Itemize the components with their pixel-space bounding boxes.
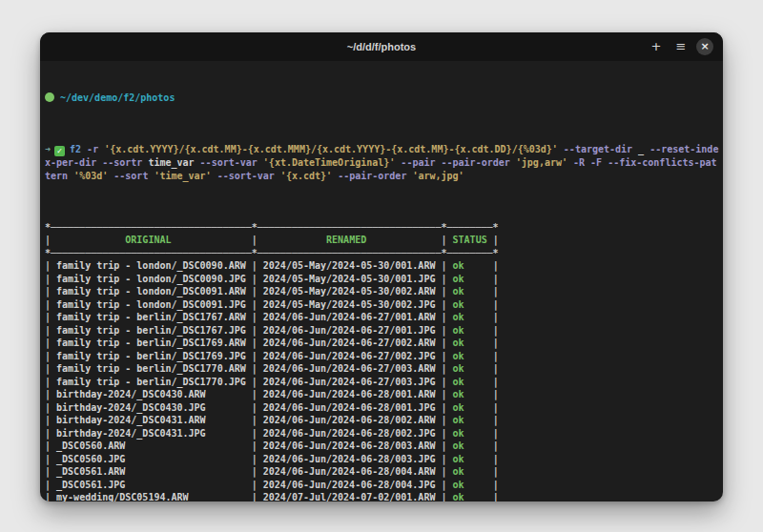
command-line: ➜✓f2 -r '{x.cdt.YYYY}/{x.cdt.MM}-{x.cdt.… bbox=[45, 143, 720, 182]
table-row: | _DSC0561.JPG | 2024/06-Jun/2024-06-28/… bbox=[45, 479, 718, 492]
table-row: | family trip - london/_DSC0090.JPG | 20… bbox=[45, 273, 718, 286]
table-row: | family trip - berlin/_DSC1770.JPG | 20… bbox=[45, 376, 718, 389]
table-row: | _DSC0560.ARW | 2024/06-Jun/2024-06-28/… bbox=[45, 440, 718, 453]
titlebar-buttons: + ≡ × bbox=[647, 37, 713, 56]
prompt-path: ~/dev/demo/f2/photos bbox=[60, 92, 175, 103]
table-row: | _DSC0560.JPG | 2024/06-Jun/2024-06-28/… bbox=[45, 453, 718, 466]
table-row: *───────────────────────────────────*───… bbox=[45, 221, 718, 235]
command-text: f2 -r '{x.cdt.YYYY}/{x.cdt.MM}-{x.cdt.MM… bbox=[45, 144, 718, 181]
table-row: | birthday-2024/_DSC0431.JPG | 2024/06-J… bbox=[45, 427, 718, 440]
prompt-arrow-icon: ➜ bbox=[45, 144, 51, 154]
prompt-line: ~/dev/demo/f2/photos bbox=[45, 92, 718, 105]
table-row: | family trip - berlin/_DSC1767.JPG | 20… bbox=[45, 324, 718, 338]
rename-table: *───────────────────────────────────*───… bbox=[45, 221, 718, 502]
close-button[interactable]: × bbox=[696, 38, 713, 55]
terminal-body[interactable]: ~/dev/demo/f2/photos ➜✓f2 -r '{x.cdt.YYY… bbox=[40, 61, 723, 501]
table-row: | my-wedding/DSC05194.ARW | 2024/07-Jul/… bbox=[45, 491, 718, 501]
table-row: | birthday-2024/_DSC0430.ARW | 2024/06-J… bbox=[45, 388, 718, 401]
table-row: | family trip - london/_DSC0091.ARW | 20… bbox=[45, 285, 718, 298]
terminal-window: ~/d/d/f/photos + ≡ × ~/dev/demo/f2/photo… bbox=[40, 32, 723, 501]
table-row: | _DSC0561.ARW | 2024/06-Jun/2024-06-28/… bbox=[45, 465, 718, 479]
table-row: | family trip - berlin/_DSC1770.ARW | 20… bbox=[45, 362, 718, 376]
table-row: | family trip - berlin/_DSC1767.ARW | 20… bbox=[45, 311, 718, 324]
prompt-status-icon bbox=[45, 92, 54, 102]
success-checkbox-icon: ✓ bbox=[54, 146, 65, 156]
table-row: | birthday-2024/_DSC0431.ARW | 2024/06-J… bbox=[45, 414, 718, 427]
table-row: | family trip - berlin/_DSC1769.JPG | 20… bbox=[45, 350, 718, 363]
table-row: | birthday-2024/_DSC0430.JPG | 2024/06-J… bbox=[45, 401, 718, 415]
new-tab-button[interactable]: + bbox=[647, 37, 666, 56]
table-row: | family trip - london/_DSC0090.ARW | 20… bbox=[45, 259, 718, 273]
titlebar[interactable]: ~/d/d/f/photos + ≡ × bbox=[40, 32, 723, 61]
table-row: | family trip - london/_DSC0091.JPG | 20… bbox=[45, 298, 718, 312]
menu-icon[interactable]: ≡ bbox=[671, 37, 691, 56]
table-row: *───────────────────────────────────*───… bbox=[45, 247, 718, 260]
table-row: | family trip - berlin/_DSC1769.ARW | 20… bbox=[45, 337, 718, 350]
window-title: ~/d/d/f/photos bbox=[40, 41, 723, 52]
table-row: | ORIGINAL | RENAMED | STATUS | bbox=[45, 234, 718, 247]
